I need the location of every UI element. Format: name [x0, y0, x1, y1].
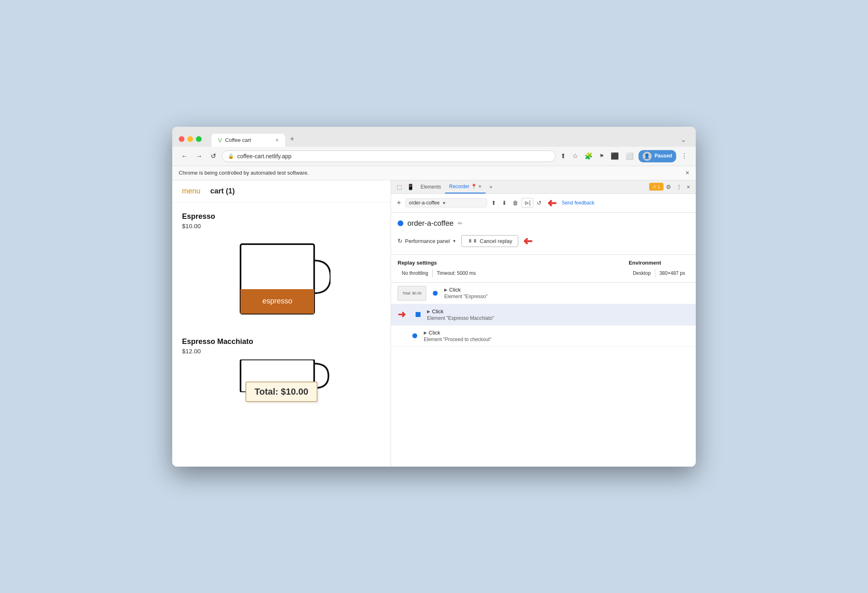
recorder-tab-close[interactable]: × — [479, 184, 481, 189]
step-expand-2[interactable]: ▶ — [427, 309, 430, 314]
devtools-device-btn[interactable]: 📱 — [405, 181, 416, 193]
macchiato-price: $12.00 — [182, 348, 381, 355]
nav-menu-link[interactable]: menu — [182, 187, 200, 195]
bookmark-button[interactable]: ☆ — [571, 150, 580, 162]
reload-button[interactable]: ↺ — [208, 150, 218, 162]
step-square — [416, 312, 421, 317]
devtools-gear-btn[interactable]: ⚙ — [663, 181, 674, 193]
timeline-step-2[interactable]: ➜ ▶ Click Element "Espresso Macchiato" — [391, 304, 696, 326]
perf-icon: ↻ — [398, 238, 403, 244]
step-expand-1[interactable]: ▶ — [444, 288, 447, 292]
devtools-issues-btn[interactable]: ⚠ 1 — [649, 183, 663, 191]
back-button[interactable]: ← — [179, 151, 190, 162]
address-bar[interactable]: 🔒 coffee-cart.netlify.app — [222, 150, 555, 162]
tab-overflow-button[interactable]: ⌄ — [677, 133, 689, 147]
cancel-icon: ⏸⏸ — [468, 238, 477, 244]
timeout-value: Timeout: 5000 ms — [433, 269, 480, 277]
step-expand-3[interactable]: ▶ — [424, 330, 427, 335]
devtools-close-btn[interactable]: × — [684, 181, 693, 193]
cancel-replay-label: Cancel replay — [480, 238, 513, 244]
nav-cart-link[interactable]: cart (1) — [210, 187, 235, 195]
env-label: Environment — [629, 260, 689, 266]
step-content-3: ▶ Click Element "Proceed to checkout" — [424, 330, 689, 342]
step-red-arrow: ➜ — [398, 309, 406, 320]
toolbar-red-arrow: ➜ — [547, 196, 557, 210]
lock-icon: 🔒 — [228, 153, 234, 159]
badge-count: 1 — [658, 184, 660, 189]
maximize-button[interactable] — [196, 136, 202, 142]
send-feedback-link[interactable]: Send feedback — [562, 200, 594, 206]
replay-icon: ⊳| — [524, 200, 531, 206]
step-node-3 — [411, 333, 419, 338]
throttling-value: No throttling — [398, 269, 432, 277]
espresso-price: $10.00 — [182, 222, 381, 229]
espresso-macchiato-product: Espresso Macchiato $12.00 Total: $10.00 — [182, 337, 381, 394]
tab-more[interactable]: » — [486, 181, 497, 193]
traffic-lights — [179, 136, 202, 142]
env-device: Desktop — [629, 269, 655, 277]
performance-panel-btn[interactable]: ↻ Performance panel ▼ — [398, 238, 456, 244]
tab-favicon: V — [218, 137, 222, 144]
warning-icon: ⚠ — [652, 184, 657, 189]
tab-elements[interactable]: Elements — [416, 181, 445, 193]
devtools-panel: ⬚ 📱 Elements Recorder 📍 × » ⚠ 1 ⚙ ⋮ × — [391, 180, 696, 467]
cancel-replay-btn[interactable]: ⏸⏸ Cancel replay — [461, 235, 519, 247]
recorder-tab-label: Recorder 📍 — [449, 184, 477, 189]
export-recording-btn[interactable]: ⬆ — [489, 197, 499, 209]
browser-tab-active[interactable]: V Coffee cart × — [211, 134, 285, 147]
timeline-step-3[interactable]: ▶ Click Element "Proceed to checkout" — [391, 326, 696, 347]
import-recording-btn[interactable]: ⬇ — [499, 197, 509, 209]
step-circle-3 — [412, 333, 417, 338]
devtools-toolbar: + order-a-coffee ▼ ⬆ ⬇ 🗑 ⊳| ↺ ➜ Send fee… — [391, 194, 696, 213]
notification-bar: Chrome is being controlled by automated … — [172, 166, 696, 180]
new-tab-button[interactable]: + — [285, 132, 299, 147]
step-element-2: Element "Espresso Macchiato" — [427, 315, 689, 321]
recording-title: order-a-coffee — [407, 219, 454, 228]
recording-status-dot — [398, 220, 403, 226]
chrome-menu-button[interactable]: ⋮ — [679, 150, 689, 162]
perf-panel-label: Performance panel — [405, 238, 450, 244]
timeline-steps: Total: $0.00 ▶ Click Element "Espresso" — [391, 283, 696, 467]
notification-close-icon[interactable]: × — [686, 169, 689, 177]
replay-step-btn[interactable]: ⊳| — [522, 198, 534, 208]
paused-label: Paused — [654, 153, 672, 159]
step-element-3: Element "Proceed to checkout" — [424, 337, 689, 342]
webpage-panel: menu cart (1) Espresso $10.00 — [172, 180, 391, 467]
add-recording-btn[interactable]: + — [394, 198, 404, 208]
espresso-name: Espresso — [182, 212, 381, 221]
recording-detail: order-a-coffee ✏ ↻ Performance panel ▼ ⏸… — [391, 213, 696, 255]
extensions-button[interactable]: 🧩 — [583, 150, 594, 162]
minimize-button[interactable] — [187, 136, 193, 142]
recording-controls: ↻ Performance panel ▼ ⏸⏸ Cancel replay ➜ — [398, 234, 689, 248]
perf-dropdown-icon: ▼ — [452, 239, 456, 243]
devtools-more-btn[interactable]: ⋮ — [674, 181, 684, 193]
recording-edit-icon[interactable]: ✏ — [458, 220, 463, 227]
close-button[interactable] — [179, 136, 184, 142]
recording-selector[interactable]: order-a-coffee ▼ — [405, 198, 487, 207]
window-button[interactable]: ⬜ — [624, 150, 635, 162]
devtools-inspect-btn[interactable]: ⬚ — [394, 181, 405, 193]
dt-toolbar-actions: ⬆ ⬇ 🗑 ⊳| ↺ — [489, 197, 544, 209]
step-type-3: ▶ Click — [424, 330, 689, 336]
delete-recording-btn[interactable]: 🗑 — [510, 197, 521, 209]
step-element-1: Element "Espresso" — [444, 294, 689, 299]
recording-header: order-a-coffee ✏ — [398, 219, 689, 228]
step-content-2: ▶ Click Element "Espresso Macchiato" — [427, 308, 689, 321]
replay-settings-label: Replay settings — [398, 260, 480, 266]
paused-badge: 👤 Paused — [639, 150, 676, 162]
tab-close-icon[interactable]: × — [276, 137, 279, 143]
devtools-ext-button[interactable]: ⚑ — [598, 151, 606, 161]
env-values: Desktop 380×487 px — [629, 269, 689, 277]
tab-recorder[interactable]: Recorder 📍 × — [445, 180, 486, 193]
forward-button[interactable]: → — [193, 151, 205, 162]
share-button[interactable]: ⬆ — [559, 150, 567, 162]
replay-all-btn[interactable]: ↺ — [534, 197, 544, 209]
title-bar: V Coffee cart × + ⌄ — [172, 127, 696, 147]
cast-button[interactable]: ⬛ — [609, 150, 621, 162]
step-content-1: ▶ Click Element "Espresso" — [444, 287, 689, 299]
timeline-step-1[interactable]: Total: $0.00 ▶ Click Element "Espresso" — [391, 283, 696, 304]
macchiato-cup-container: Total: $10.00 — [232, 359, 331, 394]
tab-title: Coffee cart — [225, 137, 251, 143]
webpage-nav: menu cart (1) — [172, 180, 391, 202]
step-node-2 — [414, 312, 422, 317]
